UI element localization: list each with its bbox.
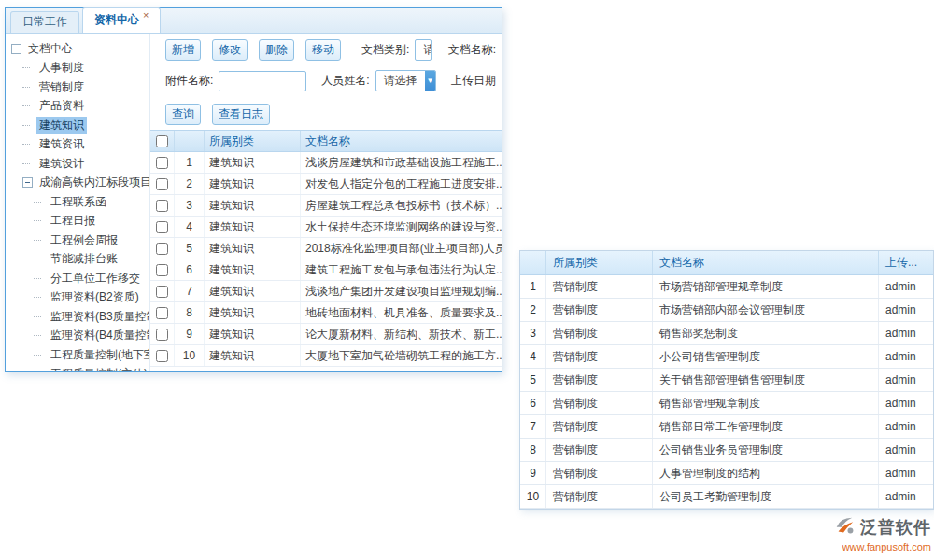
- view-log-button[interactable]: 查看日志: [212, 104, 270, 125]
- table-row[interactable]: 6 建筑知识 建筑工程施工发包与承包违法行为认定...: [150, 259, 502, 281]
- tree-expand-icon[interactable]: [34, 330, 44, 341]
- tree-item[interactable]: 人事制度: [6, 59, 149, 78]
- tree-item[interactable]: 工程质量控制(地下室): [6, 345, 149, 365]
- row-checkbox[interactable]: [156, 243, 168, 255]
- tree-item[interactable]: 监理资料(B3质量控制): [6, 307, 149, 327]
- tree-item-label: 工程联系函: [48, 193, 109, 211]
- table-row[interactable]: 3 营销制度 销售部奖惩制度 admin: [520, 322, 933, 345]
- tree-expand-icon[interactable]: [22, 139, 33, 149]
- table-row[interactable]: 9 建筑知识 论大厦新材料、新结构、新技术、新工...: [150, 324, 502, 345]
- tree-item-label: 节能减排台账: [48, 250, 120, 268]
- table-row[interactable]: 1 建筑知识 浅谈房屋建筑和市政基础设施工程施工...: [150, 152, 502, 174]
- row-checkbox[interactable]: [156, 307, 168, 319]
- table-row[interactable]: 3 建筑知识 房屋建筑工程总承包投标书（技术标）...: [150, 195, 502, 217]
- tab-data-center[interactable]: 资料中心×: [82, 7, 161, 33]
- tree-item[interactable]: 建筑设计: [6, 154, 149, 174]
- row-doc-name: 销售部奖惩制度: [653, 322, 879, 344]
- tree-expand-icon[interactable]: [22, 101, 33, 111]
- query-button[interactable]: 查询: [165, 104, 201, 125]
- tree-item[interactable]: 工程质量控制(主体): [6, 365, 149, 372]
- tree-item-label: 工程质量控制(主体): [48, 365, 150, 371]
- tree-item[interactable]: 营销制度: [6, 77, 149, 97]
- tree-expand-icon[interactable]: [34, 254, 44, 264]
- row-checkbox[interactable]: [156, 286, 168, 298]
- tree-item[interactable]: 工程例会周报: [6, 231, 149, 250]
- tree-item[interactable]: 成渝高铁内江标段项目: [6, 174, 149, 193]
- row-uploader: admin: [879, 322, 933, 344]
- table-row[interactable]: 8 建筑知识 地砖地面材料、机具准备、质量要求及...: [150, 302, 502, 324]
- tree-item[interactable]: 工程联系函: [6, 192, 149, 212]
- row-category: 营销制度: [546, 439, 653, 461]
- modify-button[interactable]: 修改: [212, 39, 248, 61]
- tree-expand-icon[interactable]: [34, 350, 44, 360]
- table-row[interactable]: 2 建筑知识 对发包人指定分包的工程施工进度安排...: [150, 174, 502, 195]
- result-table-body: 1 营销制度 市场营销部管理规章制度 admin 2 营销制度 市场营销部内部会…: [520, 275, 933, 509]
- tree-expand-icon[interactable]: [22, 63, 33, 73]
- tree-expand-icon[interactable]: [34, 369, 44, 371]
- tree-expand-icon[interactable]: [34, 292, 44, 302]
- tree-item[interactable]: 监理资料(B2资质): [6, 288, 149, 308]
- row-doc-name: 公司员工考勤管理制度: [653, 485, 879, 508]
- table-row[interactable]: 10 建筑知识 大厦地下室加气砼墙砌筑工程的施工方...: [150, 345, 502, 367]
- tree-expand-icon[interactable]: [34, 273, 44, 284]
- table-row[interactable]: 9 营销制度 人事管理制度的结构 admin: [520, 462, 933, 485]
- tree-expand-icon[interactable]: [22, 120, 33, 131]
- select-all-checkbox[interactable]: [156, 135, 168, 147]
- tree-item-label: 产品资料: [36, 97, 87, 115]
- table-row[interactable]: 4 建筑知识 水土保持生态环境监测网络的建设与资...: [150, 217, 502, 238]
- tab-close-icon[interactable]: ×: [143, 9, 149, 21]
- table-row[interactable]: 2 营销制度 市场营销部内部会议管理制度 admin: [520, 299, 933, 322]
- row-checkbox[interactable]: [156, 329, 168, 341]
- tree-item[interactable]: 文档中心: [6, 39, 149, 59]
- tree-expand-icon[interactable]: [34, 216, 44, 226]
- row-number: 3: [520, 322, 546, 344]
- row-category: 建筑知识: [205, 195, 301, 216]
- row-checkbox[interactable]: [156, 200, 168, 212]
- table-row[interactable]: 6 营销制度 销售部管理规章制度 admin: [520, 392, 933, 415]
- row-category: 建筑知识: [205, 217, 301, 237]
- tree-item[interactable]: 监理资料(B4质量控制): [6, 327, 149, 346]
- row-doc-name: 市场营销部内部会议管理制度: [653, 299, 879, 321]
- table-row[interactable]: 1 营销制度 市场营销部管理规章制度 admin: [520, 275, 933, 299]
- tree-expand-icon[interactable]: [22, 159, 33, 169]
- attachment-name-input[interactable]: [219, 71, 306, 91]
- tab-daily-work[interactable]: 日常工作: [10, 11, 79, 33]
- tree-item-label: 分工单位工作移交: [48, 270, 143, 287]
- tree-item[interactable]: 节能减排台账: [6, 250, 149, 270]
- table-row[interactable]: 5 营销制度 关于销售部管理销售管理制度 admin: [520, 369, 933, 392]
- tree-item[interactable]: 产品资料: [6, 97, 149, 117]
- tree-item[interactable]: 建筑知识: [6, 116, 149, 135]
- doc-type-select[interactable]: 请选择 ▼: [415, 39, 431, 61]
- table-row[interactable]: 8 营销制度 公司销售业务员管理制度 admin: [520, 439, 933, 462]
- table-row[interactable]: 7 建筑知识 浅谈地产集团开发建设项目监理规划编...: [150, 281, 502, 302]
- row-doc-name: 销售部管理规章制度: [653, 392, 879, 414]
- tree-expand-icon[interactable]: [22, 82, 33, 92]
- row-uploader: admin: [879, 415, 933, 438]
- chevron-down-icon[interactable]: ▼: [425, 71, 435, 91]
- tree-expand-icon[interactable]: [34, 197, 44, 207]
- row-checkbox[interactable]: [156, 350, 168, 362]
- row-checkbox[interactable]: [156, 178, 168, 190]
- tree-item-label: 建筑知识: [36, 117, 87, 134]
- move-button[interactable]: 移动: [305, 39, 341, 61]
- row-checkbox[interactable]: [156, 221, 168, 233]
- table-row[interactable]: 7 营销制度 销售部日常工作管理制度 admin: [520, 415, 933, 439]
- row-doc-name: 建筑工程施工发包与承包违法行为认定...: [301, 259, 502, 280]
- table-row[interactable]: 10 营销制度 公司员工考勤管理制度 admin: [520, 485, 933, 509]
- tree-item[interactable]: 分工单位工作移交: [6, 269, 149, 288]
- add-button[interactable]: 新增: [165, 39, 201, 61]
- tree-expand-icon[interactable]: [34, 235, 44, 245]
- tree-item[interactable]: 建筑资讯: [6, 135, 149, 155]
- tree-expand-icon[interactable]: [11, 44, 21, 54]
- table-row[interactable]: 4 营销制度 小公司销售管理制度 admin: [520, 345, 933, 369]
- delete-button[interactable]: 删除: [259, 39, 294, 61]
- tree-item[interactable]: 工程日报: [6, 212, 149, 231]
- row-number: 10: [520, 485, 546, 508]
- row-checkbox[interactable]: [156, 157, 168, 169]
- tree-expand-icon[interactable]: [22, 177, 33, 188]
- person-name-select[interactable]: 请选择 ▼: [375, 70, 436, 91]
- category-column-header: 所属别类: [205, 131, 301, 151]
- tree-expand-icon[interactable]: [34, 312, 44, 322]
- table-row[interactable]: 5 建筑知识 2018标准化监理项目部(业主项目部)人员...: [150, 238, 502, 259]
- row-checkbox[interactable]: [156, 264, 168, 276]
